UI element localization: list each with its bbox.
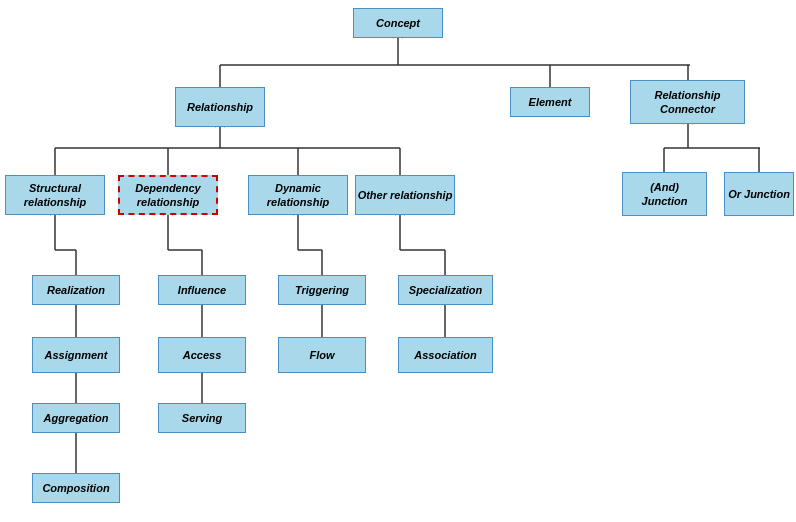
triggering-node: Triggering bbox=[278, 275, 366, 305]
concept-node: Concept bbox=[353, 8, 443, 38]
composition-node: Composition bbox=[32, 473, 120, 503]
realization-node: Realization bbox=[32, 275, 120, 305]
aggregation-node: Aggregation bbox=[32, 403, 120, 433]
or-junction-node: Or Junction bbox=[724, 172, 794, 216]
access-node: Access bbox=[158, 337, 246, 373]
structural-node: Structuralrelationship bbox=[5, 175, 105, 215]
relationship-node: Relationship bbox=[175, 87, 265, 127]
flow-node: Flow bbox=[278, 337, 366, 373]
and-junction-node: (And)Junction bbox=[622, 172, 707, 216]
dynamic-node: Dynamicrelationship bbox=[248, 175, 348, 215]
other-node: Other relationship bbox=[355, 175, 455, 215]
diagram: Concept Relationship Element Relationshi… bbox=[0, 0, 796, 522]
influence-node: Influence bbox=[158, 275, 246, 305]
element-node: Element bbox=[510, 87, 590, 117]
serving-node: Serving bbox=[158, 403, 246, 433]
connection-lines bbox=[0, 0, 796, 522]
specialization-node: Specialization bbox=[398, 275, 493, 305]
rel-connector-node: RelationshipConnector bbox=[630, 80, 745, 124]
dependency-node: Dependencyrelationship bbox=[118, 175, 218, 215]
association-node: Association bbox=[398, 337, 493, 373]
assignment-node: Assignment bbox=[32, 337, 120, 373]
